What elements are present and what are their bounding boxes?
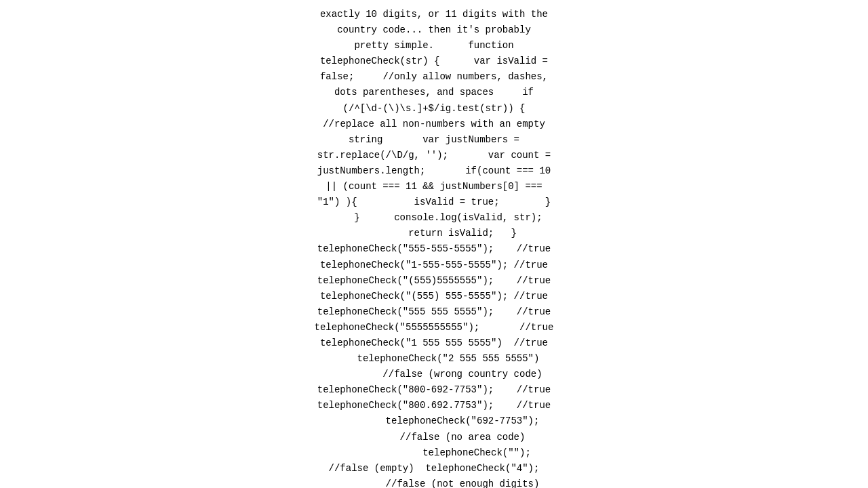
code-line: } console.log(isValid, str); (176, 210, 692, 226)
code-line: telephoneCheck("1 555 555 5555") //true (176, 336, 692, 351)
code-line: return isValid; } (176, 226, 692, 241)
code-line: //false (empty) telephoneCheck("4"); (176, 461, 692, 476)
code-line: telephoneCheck("800-692-7753"); //true (176, 382, 692, 398)
code-line: country code... then it's probably (176, 22, 692, 38)
code-line: telephoneCheck("555 555 5555"); //true (176, 304, 692, 320)
code-line: telephoneCheck("555-555-5555"); //true (176, 241, 692, 257)
code-line: //false (not enough digits) (176, 476, 692, 488)
code-line: //false (no area code) (176, 430, 692, 445)
code-line: false; //only allow numbers, dashes, (176, 69, 692, 85)
code-line: telephoneCheck("(555) 555-5555"); //true (176, 289, 692, 304)
code-line: str.replace(/\D/g, ''); var count = (176, 148, 692, 163)
code-block: exactly 10 digits, or 11 digits with the… (163, 0, 705, 488)
code-line: telephoneCheck(""); (176, 445, 692, 461)
code-line: dots parentheses, and spaces if (176, 85, 692, 100)
code-line: pretty simple. function (176, 38, 692, 54)
code-line: (/^[\d-(\)\s.]+$/ig.test(str)) { (176, 101, 692, 117)
code-line: telephoneCheck("5555555555"); //true (176, 320, 692, 336)
code-line: telephoneCheck("(555)5555555"); //true (176, 273, 692, 289)
code-line: telephoneCheck("1-555-555-5555"); //true (176, 258, 692, 273)
code-line: string var justNumbers = (176, 132, 692, 148)
code-line: //false (wrong country code) (176, 367, 692, 382)
code-line: || (count === 11 && justNumbers[0] === (176, 179, 692, 195)
code-line: //replace all non-numbers with an empty (176, 117, 692, 132)
code-line: telephoneCheck("800.692.7753"); //true (176, 398, 692, 413)
code-line: "1") ){ isValid = true; } (176, 195, 692, 210)
code-line: telephoneCheck("692-7753"); (176, 413, 692, 429)
code-line: exactly 10 digits, or 11 digits with the (176, 7, 692, 22)
code-line: telephoneCheck(str) { var isValid = (176, 54, 692, 69)
code-line: telephoneCheck("2 555 555 5555") (176, 351, 692, 367)
code-line: justNumbers.length; if(count === 10 (176, 163, 692, 179)
